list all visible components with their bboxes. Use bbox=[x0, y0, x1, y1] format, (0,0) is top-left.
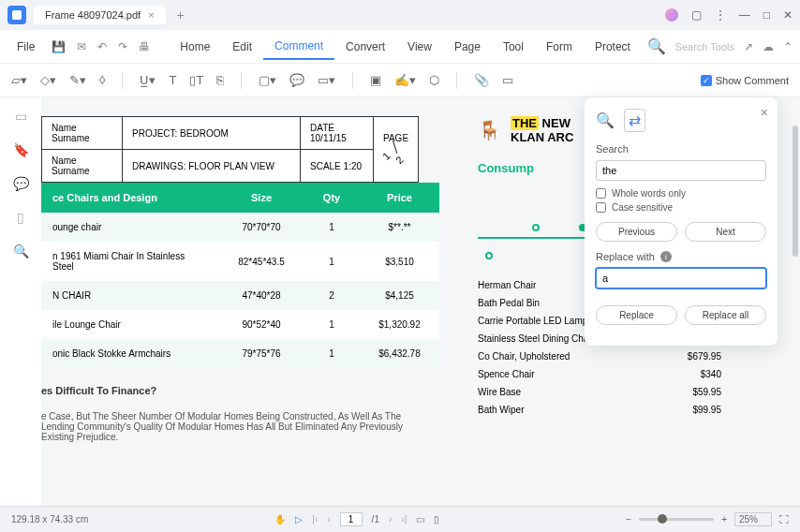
finance-text: e Case, But The Sheer Number Of Modular … bbox=[41, 411, 435, 442]
shape-icon[interactable]: ▢▾ bbox=[259, 73, 276, 87]
titlebar: Frame 48097024.pdf × + ▢ ⋮ — □ ✕ bbox=[0, 0, 800, 30]
tab-tool[interactable]: Tool bbox=[492, 35, 535, 59]
callout-icon[interactable]: ⎘ bbox=[216, 73, 224, 87]
fullscreen-icon[interactable]: ⛶ bbox=[779, 514, 789, 525]
comment-box-icon[interactable]: 💬 bbox=[289, 73, 304, 87]
window-controls: ▢ ⋮ — □ ✕ bbox=[665, 8, 793, 22]
next-button[interactable]: Next bbox=[685, 222, 766, 242]
pencil-icon[interactable]: ✎▾ bbox=[69, 73, 86, 87]
whole-words-checkbox[interactable] bbox=[596, 188, 606, 199]
attachment-icon[interactable]: 📎 bbox=[474, 73, 489, 87]
close-window-icon[interactable]: ✕ bbox=[783, 8, 793, 22]
chair-icon: 🪑 bbox=[478, 119, 501, 141]
cloud-icon[interactable]: ☁ bbox=[763, 40, 774, 53]
page-input[interactable] bbox=[340, 512, 363, 526]
name-cell-2: Name Surname bbox=[42, 150, 123, 183]
maximize-icon[interactable]: □ bbox=[763, 8, 770, 22]
app-icon bbox=[7, 6, 26, 24]
eraser-icon[interactable]: ◊ bbox=[99, 73, 105, 87]
replace-input[interactable] bbox=[596, 268, 766, 288]
tab-title: Frame 48097024.pdf bbox=[45, 9, 141, 21]
tab-comment[interactable]: Comment bbox=[263, 34, 334, 60]
note-icon[interactable]: ▱▾ bbox=[11, 73, 27, 87]
expand-icon[interactable]: ⌃ bbox=[783, 40, 793, 53]
save-icon[interactable]: 💾 bbox=[52, 40, 66, 53]
new-tab-button[interactable]: + bbox=[170, 7, 192, 22]
toolbar: ▱▾ ◇▾ ✎▾ ◊ U̲▾ T ▯T ⎘ ▢▾ 💬 ▭▾ ▣ ✍▾ ⬡ 📎 ▭… bbox=[0, 64, 800, 97]
select-tool-icon[interactable]: ▷ bbox=[295, 514, 303, 525]
hand-tool-icon[interactable]: ✋ bbox=[274, 514, 286, 525]
drawings-cell: DRAWINGS: FLOOR PLAN VIEW bbox=[123, 150, 301, 183]
tab-page[interactable]: Page bbox=[443, 35, 492, 59]
bookmark-icon[interactable]: 🔖 bbox=[13, 142, 29, 157]
next-page-icon[interactable]: › bbox=[389, 514, 392, 525]
link-icon[interactable]: ⬡ bbox=[429, 73, 439, 87]
close-panel-icon[interactable]: × bbox=[761, 105, 768, 120]
textbox-icon[interactable]: ▯T bbox=[189, 73, 203, 87]
document-tab[interactable]: Frame 48097024.pdf × bbox=[34, 6, 166, 24]
close-tab-icon[interactable]: × bbox=[148, 9, 154, 21]
previous-button[interactable]: Previous bbox=[596, 222, 677, 242]
finance-heading: es Difficult To Finance? bbox=[41, 385, 439, 396]
vertical-scrollbar[interactable] bbox=[791, 97, 800, 506]
project-cell: PROJECT: BEDROOM bbox=[123, 117, 301, 150]
print-icon[interactable]: 🖶 bbox=[139, 40, 150, 53]
undo-icon[interactable]: ↶ bbox=[97, 40, 107, 53]
col-qty: Qty bbox=[304, 183, 360, 213]
replace-all-button[interactable]: Replace all bbox=[685, 305, 766, 325]
menu-file[interactable]: File bbox=[7, 40, 44, 53]
redo-icon[interactable]: ↷ bbox=[118, 40, 127, 53]
info-icon[interactable]: i bbox=[660, 251, 672, 262]
attachments-panel-icon[interactable]: ▯ bbox=[17, 210, 24, 225]
prev-page-icon[interactable]: ‹ bbox=[327, 514, 330, 525]
case-sensitive-checkbox[interactable] bbox=[596, 202, 606, 213]
search-input[interactable] bbox=[596, 160, 766, 181]
minimize-icon[interactable]: — bbox=[739, 8, 750, 22]
page-total: /1 bbox=[372, 514, 379, 525]
scale-cell: SCALE 1:20 bbox=[301, 150, 374, 183]
tab-home[interactable]: Home bbox=[169, 35, 221, 59]
zoom-select[interactable]: 25% bbox=[734, 512, 772, 526]
notification-icon[interactable]: ▢ bbox=[691, 8, 702, 22]
zoom-out-icon[interactable]: − bbox=[626, 514, 631, 525]
mail-icon[interactable]: ✉ bbox=[77, 40, 86, 53]
underline-icon[interactable]: U̲▾ bbox=[140, 73, 156, 87]
signature-icon[interactable]: ✍▾ bbox=[394, 73, 416, 87]
statusbar: 129.18 x 74.33 cm ✋ ▷ |‹ ‹ /1 › ›| ▭ ▯ −… bbox=[0, 506, 800, 532]
tab-protect[interactable]: Protect bbox=[584, 35, 642, 59]
last-page-icon[interactable]: ›| bbox=[401, 514, 407, 525]
hide-icon[interactable]: ▭ bbox=[502, 73, 513, 87]
search-tools-input[interactable]: Search Tools bbox=[675, 41, 734, 52]
comments-panel-icon[interactable]: 💬 bbox=[13, 176, 29, 191]
section-title: ce Chairs and Design bbox=[41, 183, 219, 213]
replace-button[interactable]: Replace bbox=[596, 305, 677, 325]
fit-width-icon[interactable]: ▭ bbox=[416, 514, 424, 525]
share-icon[interactable]: ↗ bbox=[744, 40, 753, 53]
stamp-icon[interactable]: ▣ bbox=[370, 73, 381, 87]
replace-mode-icon[interactable]: ⇄ bbox=[624, 109, 645, 132]
text-icon[interactable]: T bbox=[169, 73, 176, 87]
search-icon[interactable]: 🔍 bbox=[647, 37, 666, 55]
zoom-in-icon[interactable]: + bbox=[721, 514, 727, 525]
first-page-icon[interactable]: |‹ bbox=[312, 514, 318, 525]
col-size: Size bbox=[219, 183, 304, 213]
thumbnails-icon[interactable]: ▭ bbox=[15, 109, 27, 124]
tab-view[interactable]: View bbox=[396, 35, 443, 59]
search-replace-panel: × 🔍 ⇄ Search Whole words only Case sensi… bbox=[585, 97, 778, 346]
products-table: ce Chairs and Design Size Qty Price oung… bbox=[41, 183, 439, 368]
stamp-dropdown-icon[interactable]: ▭▾ bbox=[318, 73, 335, 87]
menubar: File 💾 ✉ ↶ ↷ 🖶 Home Edit Comment Convert… bbox=[0, 30, 800, 64]
replace-with-label: Replace with bbox=[596, 251, 655, 262]
tab-convert[interactable]: Convert bbox=[334, 35, 396, 59]
tab-form[interactable]: Form bbox=[535, 35, 584, 59]
zoom-slider[interactable] bbox=[639, 518, 714, 521]
fit-page-icon[interactable]: ▯ bbox=[434, 514, 439, 525]
tab-edit[interactable]: Edit bbox=[221, 35, 263, 59]
search-panel-icon[interactable]: 🔍 bbox=[13, 244, 29, 259]
date-cell: DATE 10/11/15 bbox=[301, 117, 374, 150]
kebab-icon[interactable]: ⋮ bbox=[715, 8, 726, 22]
show-comment-checkbox[interactable]: ✓ bbox=[701, 75, 712, 86]
find-mode-icon[interactable]: 🔍 bbox=[596, 111, 615, 129]
highlight-tool-icon[interactable]: ◇▾ bbox=[40, 73, 56, 87]
account-icon[interactable] bbox=[665, 8, 678, 22]
